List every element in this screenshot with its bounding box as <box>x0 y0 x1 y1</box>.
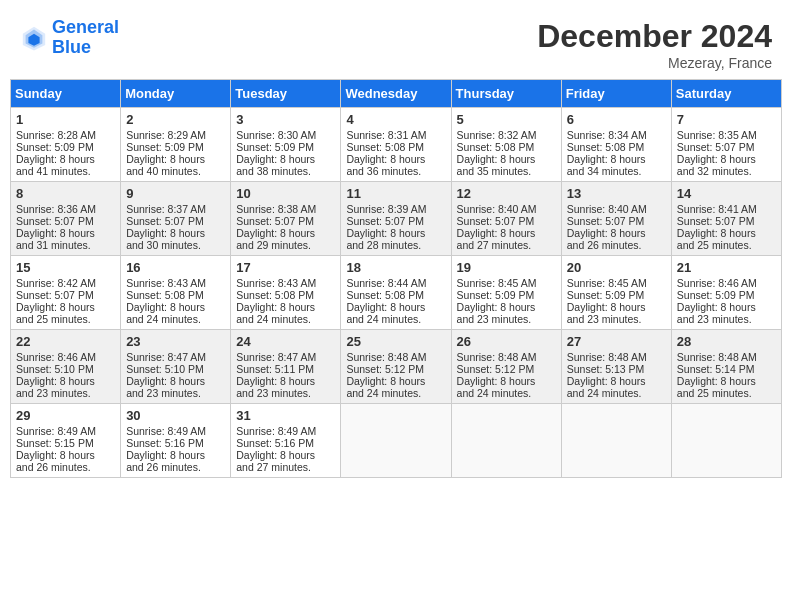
day-number: 14 <box>677 186 776 201</box>
sunrise-text: Sunrise: 8:35 AM <box>677 129 757 141</box>
calendar-cell: 14Sunrise: 8:41 AMSunset: 5:07 PMDayligh… <box>671 182 781 256</box>
sunrise-text: Sunrise: 8:28 AM <box>16 129 96 141</box>
sunset-text: Sunset: 5:07 PM <box>126 215 204 227</box>
sunset-text: Sunset: 5:09 PM <box>126 141 204 153</box>
calendar-cell: 13Sunrise: 8:40 AMSunset: 5:07 PMDayligh… <box>561 182 671 256</box>
sunset-text: Sunset: 5:08 PM <box>567 141 645 153</box>
day-number: 2 <box>126 112 225 127</box>
daylight-text: Daylight: 8 hours and 26 minutes. <box>16 449 95 473</box>
calendar-week-row: 22Sunrise: 8:46 AMSunset: 5:10 PMDayligh… <box>11 330 782 404</box>
calendar-cell: 11Sunrise: 8:39 AMSunset: 5:07 PMDayligh… <box>341 182 451 256</box>
day-number: 26 <box>457 334 556 349</box>
day-number: 18 <box>346 260 445 275</box>
sunset-text: Sunset: 5:16 PM <box>236 437 314 449</box>
sunrise-text: Sunrise: 8:46 AM <box>16 351 96 363</box>
daylight-text: Daylight: 8 hours and 31 minutes. <box>16 227 95 251</box>
daylight-text: Daylight: 8 hours and 26 minutes. <box>567 227 646 251</box>
sunrise-text: Sunrise: 8:40 AM <box>567 203 647 215</box>
calendar-cell: 3Sunrise: 8:30 AMSunset: 5:09 PMDaylight… <box>231 108 341 182</box>
sunset-text: Sunset: 5:14 PM <box>677 363 755 375</box>
sunset-text: Sunset: 5:10 PM <box>126 363 204 375</box>
day-number: 9 <box>126 186 225 201</box>
logo: General Blue <box>20 18 119 58</box>
sunset-text: Sunset: 5:09 PM <box>677 289 755 301</box>
calendar-cell: 2Sunrise: 8:29 AMSunset: 5:09 PMDaylight… <box>121 108 231 182</box>
sunset-text: Sunset: 5:07 PM <box>16 215 94 227</box>
weekday-header-tuesday: Tuesday <box>231 80 341 108</box>
calendar-week-row: 29Sunrise: 8:49 AMSunset: 5:15 PMDayligh… <box>11 404 782 478</box>
sunset-text: Sunset: 5:08 PM <box>236 289 314 301</box>
calendar-cell: 30Sunrise: 8:49 AMSunset: 5:16 PMDayligh… <box>121 404 231 478</box>
daylight-text: Daylight: 8 hours and 35 minutes. <box>457 153 536 177</box>
day-number: 17 <box>236 260 335 275</box>
sunset-text: Sunset: 5:09 PM <box>16 141 94 153</box>
sunrise-text: Sunrise: 8:45 AM <box>457 277 537 289</box>
sunrise-text: Sunrise: 8:32 AM <box>457 129 537 141</box>
sunrise-text: Sunrise: 8:48 AM <box>457 351 537 363</box>
calendar-cell: 15Sunrise: 8:42 AMSunset: 5:07 PMDayligh… <box>11 256 121 330</box>
calendar-table: SundayMondayTuesdayWednesdayThursdayFrid… <box>10 79 782 478</box>
sunset-text: Sunset: 5:16 PM <box>126 437 204 449</box>
sunset-text: Sunset: 5:07 PM <box>236 215 314 227</box>
sunrise-text: Sunrise: 8:43 AM <box>126 277 206 289</box>
daylight-text: Daylight: 8 hours and 25 minutes. <box>677 227 756 251</box>
calendar-cell: 20Sunrise: 8:45 AMSunset: 5:09 PMDayligh… <box>561 256 671 330</box>
sunset-text: Sunset: 5:08 PM <box>457 141 535 153</box>
daylight-text: Daylight: 8 hours and 24 minutes. <box>346 375 425 399</box>
daylight-text: Daylight: 8 hours and 23 minutes. <box>16 375 95 399</box>
calendar-cell: 19Sunrise: 8:45 AMSunset: 5:09 PMDayligh… <box>451 256 561 330</box>
title-block: December 2024 Mezeray, France <box>537 18 772 71</box>
calendar-cell: 31Sunrise: 8:49 AMSunset: 5:16 PMDayligh… <box>231 404 341 478</box>
daylight-text: Daylight: 8 hours and 23 minutes. <box>677 301 756 325</box>
calendar-cell: 1Sunrise: 8:28 AMSunset: 5:09 PMDaylight… <box>11 108 121 182</box>
day-number: 31 <box>236 408 335 423</box>
day-number: 24 <box>236 334 335 349</box>
day-number: 29 <box>16 408 115 423</box>
weekday-header-friday: Friday <box>561 80 671 108</box>
sunrise-text: Sunrise: 8:47 AM <box>236 351 316 363</box>
day-number: 25 <box>346 334 445 349</box>
sunrise-text: Sunrise: 8:48 AM <box>677 351 757 363</box>
weekday-header-monday: Monday <box>121 80 231 108</box>
day-number: 8 <box>16 186 115 201</box>
sunrise-text: Sunrise: 8:30 AM <box>236 129 316 141</box>
calendar-cell <box>561 404 671 478</box>
day-number: 10 <box>236 186 335 201</box>
daylight-text: Daylight: 8 hours and 24 minutes. <box>126 301 205 325</box>
daylight-text: Daylight: 8 hours and 29 minutes. <box>236 227 315 251</box>
calendar-cell: 28Sunrise: 8:48 AMSunset: 5:14 PMDayligh… <box>671 330 781 404</box>
sunset-text: Sunset: 5:09 PM <box>457 289 535 301</box>
sunrise-text: Sunrise: 8:49 AM <box>126 425 206 437</box>
calendar-cell: 7Sunrise: 8:35 AMSunset: 5:07 PMDaylight… <box>671 108 781 182</box>
sunrise-text: Sunrise: 8:39 AM <box>346 203 426 215</box>
sunrise-text: Sunrise: 8:40 AM <box>457 203 537 215</box>
sunset-text: Sunset: 5:08 PM <box>126 289 204 301</box>
weekday-header-saturday: Saturday <box>671 80 781 108</box>
day-number: 28 <box>677 334 776 349</box>
calendar-cell: 26Sunrise: 8:48 AMSunset: 5:12 PMDayligh… <box>451 330 561 404</box>
daylight-text: Daylight: 8 hours and 41 minutes. <box>16 153 95 177</box>
sunset-text: Sunset: 5:13 PM <box>567 363 645 375</box>
sunset-text: Sunset: 5:07 PM <box>346 215 424 227</box>
daylight-text: Daylight: 8 hours and 23 minutes. <box>457 301 536 325</box>
calendar-cell: 8Sunrise: 8:36 AMSunset: 5:07 PMDaylight… <box>11 182 121 256</box>
day-number: 23 <box>126 334 225 349</box>
sunset-text: Sunset: 5:08 PM <box>346 289 424 301</box>
weekday-header-thursday: Thursday <box>451 80 561 108</box>
daylight-text: Daylight: 8 hours and 40 minutes. <box>126 153 205 177</box>
sunrise-text: Sunrise: 8:36 AM <box>16 203 96 215</box>
daylight-text: Daylight: 8 hours and 27 minutes. <box>236 449 315 473</box>
daylight-text: Daylight: 8 hours and 25 minutes. <box>677 375 756 399</box>
calendar-cell <box>341 404 451 478</box>
day-number: 1 <box>16 112 115 127</box>
logo-text: General Blue <box>52 18 119 58</box>
calendar-week-row: 1Sunrise: 8:28 AMSunset: 5:09 PMDaylight… <box>11 108 782 182</box>
sunrise-text: Sunrise: 8:41 AM <box>677 203 757 215</box>
day-number: 19 <box>457 260 556 275</box>
calendar-cell: 12Sunrise: 8:40 AMSunset: 5:07 PMDayligh… <box>451 182 561 256</box>
calendar-cell: 9Sunrise: 8:37 AMSunset: 5:07 PMDaylight… <box>121 182 231 256</box>
location: Mezeray, France <box>537 55 772 71</box>
sunrise-text: Sunrise: 8:49 AM <box>236 425 316 437</box>
sunrise-text: Sunrise: 8:42 AM <box>16 277 96 289</box>
daylight-text: Daylight: 8 hours and 27 minutes. <box>457 227 536 251</box>
